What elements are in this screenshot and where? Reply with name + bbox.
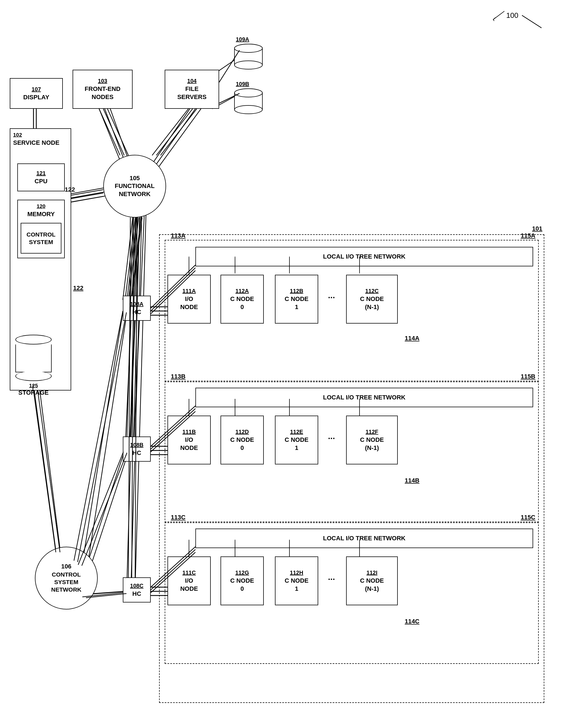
- cpu-ref: 121: [36, 170, 45, 177]
- c-node-bn-box: 112F C NODE(N-1): [346, 416, 398, 464]
- cpu-box: 121 CPU: [17, 163, 65, 191]
- c-node-cn-ref: 112I: [367, 569, 377, 576]
- functional-network-ref: 105: [129, 174, 140, 182]
- csn-ref: 106: [61, 563, 71, 571]
- ref-122: 122: [65, 186, 75, 194]
- svg-line-80: [132, 218, 134, 577]
- c-node-c1-ref: 112H: [290, 569, 304, 576]
- c-node-a1-label: C NODE1: [285, 295, 309, 311]
- db-109b-icon: [233, 87, 264, 115]
- cluster-a-ref: 113A: [171, 232, 186, 239]
- cluster-c-net-ref: 115C: [521, 514, 535, 521]
- c-node-an-ref: 112C: [365, 287, 379, 295]
- storage-label: STORAGE: [18, 389, 49, 396]
- file-servers-label: FILESERVERS: [177, 85, 206, 101]
- display-ref: 107: [32, 86, 41, 93]
- cluster-b-ref: 113B: [171, 373, 186, 380]
- svg-point-45: [234, 44, 262, 52]
- c-node-b1-label: C NODE1: [285, 436, 309, 452]
- hc-c-label: HC: [132, 590, 141, 598]
- csn-label: CONTROLSYSTEMNETWORK: [51, 571, 81, 594]
- db-109a-icon: [233, 43, 264, 71]
- svg-line-74: [129, 218, 139, 296]
- hc-a-box: 108A HC: [123, 296, 151, 321]
- hc-a-label: HC: [132, 308, 141, 316]
- svg-line-18: [135, 195, 146, 579]
- front-end-nodes-box: 103 FRONT-ENDNODES: [73, 70, 133, 109]
- c-node-an-box: 112C C NODE(N-1): [346, 275, 398, 324]
- c-node-cn-label: C NODE(N-1): [360, 577, 384, 593]
- service-node-ref: 102: [13, 132, 68, 139]
- svg-line-16: [127, 195, 138, 579]
- c-node-b0-label: C NODE0: [230, 436, 254, 452]
- functional-network-circle: 105 FUNCTIONALNETWORK: [103, 155, 166, 218]
- svg-line-25: [86, 312, 127, 572]
- c-node-c0-box: 112G C NODE0: [220, 556, 264, 605]
- svg-line-6: [152, 109, 195, 170]
- cluster-c-line-ref: 114C: [405, 618, 420, 625]
- c-node-a0-ref: 112A: [235, 287, 249, 295]
- file-servers-box: 104 FILESERVERS: [165, 70, 219, 109]
- cluster-a-net-ref: 115A: [521, 232, 535, 239]
- io-node-b-label: I/ONODE: [180, 436, 198, 452]
- local-net-a-label: LOCAL I/O TREE NETWORK: [323, 253, 405, 261]
- svg-line-82: [71, 190, 103, 195]
- svg-line-96: [107, 109, 128, 155]
- svg-point-50: [234, 105, 262, 114]
- svg-line-98: [156, 109, 192, 155]
- c-node-a1-box: 112B C NODE1: [275, 275, 318, 324]
- local-net-c-box: LOCAL I/O TREE NETWORK: [195, 529, 533, 548]
- local-net-b-box: LOCAL I/O TREE NETWORK: [195, 388, 533, 407]
- c-node-a1-ref: 112B: [290, 287, 304, 295]
- display-label: DISPLAY: [23, 93, 49, 102]
- svg-point-44: [234, 61, 262, 69]
- cluster-b-line-ref: 114B: [405, 477, 420, 484]
- figure-arrow: [490, 10, 507, 21]
- svg-line-17: [131, 195, 142, 579]
- svg-line-77: [130, 218, 136, 437]
- hc-c-ref: 108C: [130, 582, 143, 589]
- svg-line-86: [38, 390, 60, 552]
- cluster-c-ref: 113C: [171, 514, 186, 521]
- svg-line-27: [88, 452, 128, 575]
- functional-network-label: FUNCTIONALNETWORK: [115, 182, 155, 198]
- ref-122-label: 122: [73, 285, 83, 292]
- storage-cylinder: 125 STORAGE: [15, 335, 52, 396]
- io-node-a-ref: 111A: [182, 287, 196, 295]
- local-net-b-label: LOCAL I/O TREE NETWORK: [323, 394, 405, 402]
- dots-b: ···: [328, 434, 335, 443]
- c-node-c0-ref: 112G: [235, 569, 249, 576]
- svg-line-85: [33, 390, 56, 552]
- svg-line-89: [78, 452, 123, 565]
- c-node-b0-box: 112D C NODE0: [220, 416, 264, 464]
- c-node-b1-box: 112E C NODE1: [275, 416, 318, 464]
- c-node-a0-box: 112A C NODE0: [220, 275, 264, 324]
- svg-line-26: [84, 452, 124, 575]
- c-node-cn-box: 112I C NODE(N-1): [346, 556, 398, 605]
- cluster-a-line-ref: 114A: [405, 335, 420, 342]
- svg-line-73: [126, 218, 135, 296]
- svg-line-87: [74, 311, 123, 561]
- svg-line-90: [82, 453, 127, 566]
- svg-line-24: [81, 312, 123, 572]
- io-node-a-box: 111A I/ONODE: [167, 275, 211, 324]
- svg-line-83: [71, 193, 103, 199]
- local-net-a-box: LOCAL I/O TREE NETWORK: [195, 247, 533, 266]
- db-109b: 109B: [233, 81, 264, 115]
- svg-line-0: [522, 15, 542, 28]
- control-system-label: CONTROLSYSTEM: [27, 231, 56, 246]
- io-node-a-label: I/ONODE: [180, 295, 198, 311]
- memory-label: MEMORY: [27, 211, 55, 218]
- display-box: 107 DISPLAY: [10, 78, 63, 109]
- c-node-c1-label: C NODE1: [285, 577, 309, 593]
- control-system-box: CONTROLSYSTEM: [21, 223, 61, 254]
- svg-line-75: [132, 218, 142, 296]
- dots-a: ···: [328, 293, 335, 302]
- file-servers-ref: 104: [187, 77, 196, 85]
- svg-line-81: [135, 218, 137, 577]
- hc-a-ref: 108A: [130, 300, 143, 308]
- c-node-a0-label: C NODE0: [230, 295, 254, 311]
- svg-line-7: [156, 109, 201, 170]
- c-node-b0-ref: 112D: [235, 428, 249, 435]
- front-end-label: FRONT-ENDNODES: [85, 85, 120, 101]
